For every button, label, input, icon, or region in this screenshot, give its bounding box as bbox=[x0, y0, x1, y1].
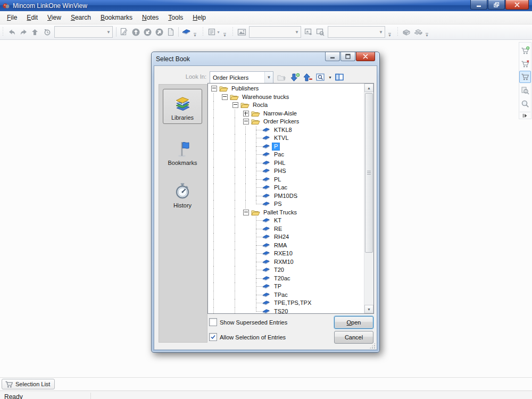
tree-item-re[interactable]: RE bbox=[209, 225, 364, 234]
toolbar-grip[interactable] bbox=[202, 27, 204, 37]
tree-item-rma[interactable]: RMA bbox=[209, 242, 364, 250]
split-view-button[interactable] bbox=[334, 72, 345, 82]
menu-notes[interactable]: Notes bbox=[137, 12, 163, 23]
tree-item-ts20[interactable]: TS20 bbox=[209, 307, 364, 314]
menu-bookmarks[interactable]: Bookmarks bbox=[96, 12, 137, 23]
dialog-titlebar[interactable]: Select Book bbox=[152, 52, 379, 65]
toolbar-overflow-button[interactable]: ▼ bbox=[387, 25, 393, 39]
hotspot-combo[interactable]: ▼ bbox=[328, 26, 385, 38]
toolbar-overflow-button[interactable]: ▼ bbox=[222, 25, 228, 39]
tree-item-pl[interactable]: PL bbox=[209, 176, 364, 184]
chevron-down-icon[interactable]: ▼ bbox=[377, 27, 385, 37]
tree-item-pm10ds[interactable]: PM10DS bbox=[209, 192, 364, 201]
dialog-close-button[interactable] bbox=[356, 52, 375, 61]
collapse-levels-button[interactable] bbox=[302, 72, 313, 82]
graphic-combo[interactable]: ▼ bbox=[249, 26, 301, 38]
collapse-icon[interactable] bbox=[232, 102, 238, 108]
tree-item-pac[interactable]: Pac bbox=[209, 151, 364, 159]
close-button[interactable] bbox=[505, 0, 529, 10]
tree-item-tpe-tps-tpx[interactable]: TPE,TPS,TPX bbox=[209, 299, 364, 307]
scroll-up-icon[interactable]: ▲ bbox=[364, 84, 373, 92]
dialog-maximize-button[interactable] bbox=[340, 52, 355, 61]
tree-item-narrow-aisle[interactable]: Narrow-Aisle bbox=[209, 110, 364, 118]
tree-item-rxm10[interactable]: RXM10 bbox=[209, 258, 364, 267]
menu-search[interactable]: Search bbox=[66, 12, 96, 23]
toolbar-grip[interactable] bbox=[231, 27, 234, 37]
minimize-button[interactable] bbox=[470, 0, 487, 10]
tree-item-pallet-trucks[interactable]: Pallet Trucks bbox=[209, 209, 364, 217]
notes-button[interactable]: ▼ bbox=[206, 26, 222, 38]
tree-item-warehouse-trucks[interactable]: Warehouse trucks bbox=[209, 93, 364, 102]
option-show-superseded-entries[interactable]: Show Superseded Entries bbox=[209, 318, 287, 326]
collapse-panel-button[interactable] bbox=[520, 112, 530, 119]
next-view-button[interactable] bbox=[412, 26, 424, 38]
open-button[interactable]: Open bbox=[334, 316, 373, 329]
collapse-icon[interactable] bbox=[211, 86, 217, 92]
toolbar-grip[interactable] bbox=[2, 27, 4, 37]
dialog-minimize-button[interactable] bbox=[325, 52, 340, 61]
checkbox-checked-icon[interactable] bbox=[209, 333, 217, 341]
zoom-button[interactable] bbox=[519, 97, 531, 110]
tree-item-publishers[interactable]: Publishers bbox=[209, 85, 364, 93]
up-one-level-button[interactable] bbox=[277, 72, 287, 82]
tree-item-ps[interactable]: PS bbox=[209, 200, 364, 209]
preview-pane-button[interactable] bbox=[519, 84, 531, 96]
expand-icon[interactable] bbox=[243, 111, 249, 117]
tree-item-plac[interactable]: PLac bbox=[209, 184, 364, 192]
menu-help[interactable]: Help bbox=[188, 12, 211, 23]
collapse-icon[interactable] bbox=[243, 210, 249, 215]
toolbar-overflow-button[interactable]: ▼ bbox=[192, 25, 198, 39]
preview-mode-button[interactable] bbox=[315, 72, 326, 82]
chevron-down-icon[interactable]: ▼ bbox=[328, 76, 332, 79]
add-to-selection-list-button[interactable] bbox=[519, 44, 531, 56]
expand-levels-button[interactable] bbox=[289, 72, 300, 82]
parent-page-button[interactable] bbox=[130, 26, 142, 38]
menu-file[interactable]: File bbox=[2, 12, 22, 23]
tree-item-t20[interactable]: T20 bbox=[209, 266, 364, 275]
tree-item-kt[interactable]: KT bbox=[209, 217, 364, 225]
first-child-button[interactable] bbox=[142, 26, 153, 38]
menu-edit[interactable]: Edit bbox=[22, 12, 43, 23]
restore-button[interactable] bbox=[488, 0, 505, 10]
select-book-button[interactable] bbox=[180, 26, 192, 38]
chevron-down-icon[interactable]: ▼ bbox=[217, 30, 220, 34]
cancel-button[interactable]: Cancel bbox=[334, 331, 373, 344]
tree-item-phs[interactable]: PHS bbox=[209, 167, 364, 176]
recent-pages-button[interactable] bbox=[41, 26, 53, 38]
up-level-button[interactable] bbox=[29, 26, 41, 38]
scroll-down-icon[interactable]: ▼ bbox=[364, 305, 373, 313]
tree-item-order-pickers[interactable]: Order Pickers bbox=[209, 118, 364, 126]
tree-item-rocla[interactable]: Rocla bbox=[209, 101, 364, 110]
tree-item-ktkl8[interactable]: KTKL8 bbox=[209, 126, 364, 135]
look-in-combo[interactable]: Order Pickers ▼ bbox=[210, 71, 273, 84]
tree-item-p[interactable]: P bbox=[209, 143, 364, 151]
edit-page-button[interactable] bbox=[118, 26, 130, 38]
sidebar-item-history[interactable]: History bbox=[164, 180, 201, 209]
toolbar-overflow-button[interactable]: ▼ bbox=[424, 25, 430, 39]
checkbox-icon[interactable] bbox=[209, 318, 217, 326]
menu-view[interactable]: View bbox=[43, 12, 66, 23]
toolbar-grip[interactable] bbox=[396, 27, 399, 37]
graphic-button[interactable] bbox=[236, 26, 247, 38]
tab-selection-list[interactable]: Selection List bbox=[2, 379, 55, 389]
tree-item-ktvl[interactable]: KTVL bbox=[209, 134, 364, 143]
chevron-down-icon[interactable]: ▼ bbox=[105, 27, 112, 37]
selection-list-button[interactable] bbox=[519, 71, 531, 83]
back-button[interactable] bbox=[6, 26, 18, 38]
menu-tools[interactable]: Tools bbox=[163, 12, 188, 23]
collapse-icon[interactable] bbox=[222, 94, 228, 100]
tree-item-t20ac[interactable]: T20ac bbox=[209, 275, 364, 283]
tree-item-tp[interactable]: TP bbox=[209, 282, 364, 291]
tree-scrollbar[interactable]: ▲ ▼ bbox=[364, 84, 373, 313]
graphic-goto-button[interactable] bbox=[303, 26, 314, 38]
sidebar-item-libraries[interactable]: Libraries bbox=[163, 89, 202, 124]
previous-view-button[interactable] bbox=[401, 26, 412, 38]
sidebar-item-bookmarks[interactable]: Bookmarks bbox=[164, 138, 201, 166]
collapse-icon[interactable] bbox=[243, 119, 249, 124]
chevron-down-icon[interactable]: ▼ bbox=[293, 27, 301, 37]
remove-from-selection-list-button[interactable] bbox=[519, 57, 531, 70]
tree-item-tpac[interactable]: TPac bbox=[209, 291, 364, 300]
scrollbar-thumb[interactable] bbox=[365, 93, 373, 253]
next-page-button[interactable] bbox=[153, 26, 165, 38]
tree-item-rh24[interactable]: RH24 bbox=[209, 233, 364, 242]
